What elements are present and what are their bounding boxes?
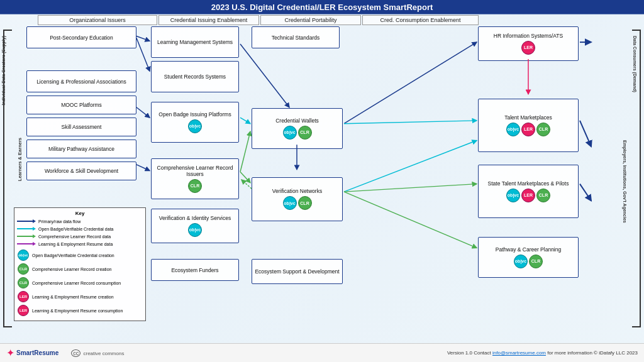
key-ler-consume-badge: LER (18, 305, 29, 316)
pathway-career-box: Pathway & Career Planning ob|vc CLR (478, 237, 579, 278)
workforce-box: Workforce & Skill Development (26, 162, 136, 180)
clr-badge-1: CLR (188, 179, 202, 193)
post-secondary-box: Post-Secondary Education (26, 26, 136, 48)
right-label-demand: Data Consumers (Demand) (633, 36, 643, 92)
key-badges-section: ob|vc Open Badge/Verifiable Credential c… (17, 249, 143, 318)
student-records-box: Student Records Systems (151, 61, 239, 92)
svg-line-15 (136, 107, 150, 118)
column-labels: Organizational Issuers Credential Issuin… (38, 15, 606, 25)
ob-vc-badge-1: ob|vc (188, 119, 202, 133)
technical-standards-box: Technical Standards (252, 26, 340, 48)
key-title: Key (17, 211, 143, 216)
page-header: 2023 U.S. Digital Credential/LER Ecosyst… (0, 0, 644, 14)
key-ler-create-badge: LER (18, 291, 29, 302)
lms-box: Learning Management Systems (151, 26, 239, 58)
svg-line-23 (240, 172, 250, 182)
open-badge-issuing-box: Open Badge Issuing Platforms ob|vc (151, 102, 239, 143)
pathway-badges: ob|vc CLR (513, 254, 543, 269)
svg-marker-1 (33, 219, 36, 223)
ler-badge-st: LER (521, 189, 535, 202)
verification-networks-badges: ob|vc CLR (282, 195, 313, 211)
ob-vc-badge-vi: ob|vc (188, 223, 202, 237)
svg-line-14 (136, 38, 150, 71)
state-talent-box: State Talent Marketplaces & Pilots ob|vc… (478, 165, 579, 218)
key-badge-row-2: CLR Comprehensive Learner Record creatio… (17, 263, 143, 275)
svg-line-19 (344, 121, 477, 124)
hr-info-box: HR Information Systems/ATS LER (478, 26, 579, 61)
brand-name: SmartResume (16, 349, 58, 356)
ob-vc-badge-cw: ob|vc (283, 126, 297, 140)
key-row-4: Learning & Employment Resume data (17, 241, 143, 247)
key-clr-consume-badge: CLR (18, 277, 29, 288)
ecosystem-support-box: Ecosystem Support & Development (252, 259, 343, 284)
credential-wallets-box: Credential Wallets ob|vc CLR (252, 108, 343, 149)
star-icon: ✦ (6, 347, 14, 359)
creative-commons: cc creative commons (71, 350, 124, 356)
svg-line-17 (240, 131, 250, 172)
key-row-1: Primary/raw data flow (17, 218, 143, 224)
svg-marker-3 (33, 227, 36, 231)
col-label-cred-issuing: Credential Issuing Enablement (158, 15, 259, 25)
svg-line-13 (136, 36, 150, 41)
clr-badge-pc: CLR (529, 255, 543, 268)
talent-marketplaces-box: Talent Marketplaces ob|vc LER CLR (478, 99, 579, 152)
svg-line-16 (240, 118, 250, 124)
svg-line-18 (344, 42, 477, 124)
svg-line-25 (136, 165, 150, 171)
svg-line-29 (344, 192, 477, 248)
header-title: 2023 U.S. Digital Credential/LER Ecosyst… (211, 3, 433, 12)
col-label-cred-portability: Credential Portability (260, 15, 361, 25)
clr-badge-cw: CLR (298, 126, 312, 140)
military-box: Military Pathway Assistance (26, 140, 136, 158)
licensing-box: Licensing & Professional Associations (26, 70, 136, 92)
skill-assessment-box: Skill Assessment (26, 118, 136, 136)
footer-logo: ✦ SmartResume (6, 347, 58, 359)
credential-wallets-badges: ob|vc CLR (282, 125, 313, 140)
talent-badges: ob|vc LER CLR (506, 122, 551, 137)
svg-line-20 (344, 141, 477, 192)
key-badge-row-5: LER Learning & Employment Resume consump… (17, 304, 143, 317)
left-side-area: Individual Data Creators (Supply) (0, 26, 14, 331)
svg-marker-7 (33, 242, 36, 246)
key-badge-row-4: LER Learning & Employment Resume creatio… (17, 290, 143, 303)
verification-networks-box: Verification Networks ob|vc CLR (252, 177, 343, 221)
clr-badge-vn: CLR (298, 196, 312, 210)
clr-issuers-box: Comprehensive Learner Record Issuers CLR (151, 158, 239, 199)
key-box: Key Primary/raw data flow Open Badge/Ver… (14, 207, 146, 321)
left-label-supply: Individual Data Creators (Supply) (1, 36, 11, 105)
ob-vc-badge-st: ob|vc (506, 189, 520, 202)
clr-badge-tm: CLR (536, 123, 550, 136)
verification-identity-box: Verification & Identity Services ob|vc (151, 209, 239, 243)
right-side-area: Data Consumers (Demand) (630, 26, 644, 331)
clr-badge-st: CLR (536, 189, 550, 202)
ob-vc-badge-vn: ob|vc (283, 196, 297, 210)
key-badge-row-3: CLR Comprehensive Learner Record consump… (17, 277, 143, 289)
svg-line-21 (344, 184, 477, 192)
svg-line-27 (580, 121, 591, 146)
ob-vc-badge-pc: ob|vc (514, 255, 528, 268)
key-badge-row-1: ob|vc Open Badge/Verifiable Credential c… (17, 249, 143, 261)
state-talent-badges: ob|vc LER CLR (506, 188, 551, 203)
content-area: Organizational Issuers Credential Issuin… (0, 14, 644, 343)
key-row-2: Open Badge/Verifiable Credential data (17, 226, 143, 232)
footer-info: Version 1.0 Contact info@smartresume.com… (447, 350, 638, 356)
clr-issuers-badges: CLR (187, 178, 203, 194)
footer: ✦ SmartResume cc creative commons Versio… (0, 343, 644, 362)
ler-badge-hr: LER (521, 41, 535, 55)
hr-info-badges: LER (521, 40, 536, 55)
verification-identity-badges: ob|vc (187, 222, 203, 238)
ob-vc-badge-tm: ob|vc (506, 123, 520, 136)
svg-line-30 (242, 180, 252, 189)
svg-line-28 (580, 184, 591, 201)
open-badge-badges: ob|vc (187, 119, 203, 134)
ler-badge-tm: LER (521, 123, 535, 136)
mooc-box: MOOC Platforms (26, 96, 136, 114)
learners-earners-label: Learners & Earners (14, 52, 25, 268)
col-label-org-issuers: Organizational Issuers (38, 15, 157, 25)
footer-email[interactable]: info@smartresume.com (492, 350, 546, 356)
col-label-cred-consumption: Cred. Consumption Enablement (362, 15, 479, 25)
key-row-3: Comprehensive Learner Record data (17, 233, 143, 239)
ecosystem-funders-box: Ecosystem Funders (151, 259, 239, 281)
employers-label: Employers, Institutions, Gov't Agencies (619, 33, 630, 331)
main-container: 2023 U.S. Digital Credential/LER Ecosyst… (0, 0, 644, 362)
